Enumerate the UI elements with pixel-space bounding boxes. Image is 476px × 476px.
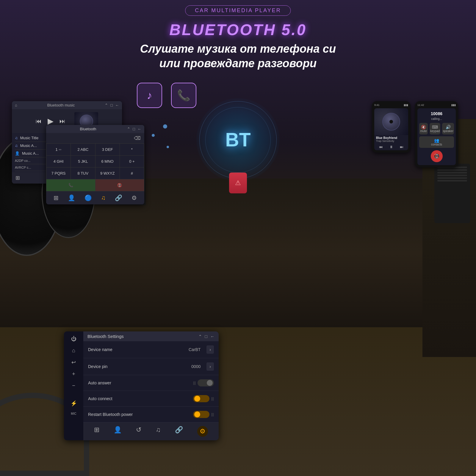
- keypad-chevron-icon: ⌃: [127, 127, 130, 131]
- settings-main-content: Bluetooth Settings ⌃ □ ← Device name Car…: [83, 331, 219, 440]
- music-bottom-icon[interactable]: ♫: [156, 426, 161, 437]
- subtitle: Слушате музика от телефона си или провеж…: [140, 42, 336, 71]
- link-nav-icon[interactable]: 🔗: [115, 194, 122, 201]
- key-1[interactable]: 1 ◦◦: [46, 144, 71, 155]
- speaker-label: speaker: [443, 129, 453, 133]
- phone-badge-icon: 📞: [171, 83, 196, 108]
- bluetooth-nav-icon[interactable]: 🔵: [84, 194, 92, 201]
- settings-header-bar: Bluetooth Settings ⌃ □ ←: [83, 331, 219, 341]
- phone1-track-info: Blue Boyfriend Trap Sensitivity: [374, 135, 408, 144]
- key-3[interactable]: 3 DEF: [95, 144, 120, 155]
- phone-icon: 📞: [177, 89, 190, 102]
- keypad-screen: Bluetooth ⌃ □ ← ⌫ 1 ◦◦ 2 ABC 3 DEF * 4 G…: [46, 125, 144, 204]
- grid-icon-music[interactable]: ⊞: [15, 175, 20, 181]
- backspace-icon[interactable]: ⌫: [134, 135, 141, 141]
- play-button[interactable]: ▶: [48, 117, 54, 126]
- music-nav-icon[interactable]: ♫: [101, 194, 106, 201]
- auto-connect-toggle-track[interactable]: [193, 395, 209, 402]
- music-header-icons: ⌃ □ ←: [105, 103, 119, 107]
- auto-answer-row[interactable]: Auto answer |||: [83, 375, 219, 391]
- key-0[interactable]: 0 +: [120, 156, 144, 167]
- key-9[interactable]: 9 WXYZ: [95, 167, 120, 179]
- contacts-action-btn[interactable]: 👥 contacts: [419, 136, 454, 148]
- gear-nav-icon[interactable]: ⚙: [131, 194, 137, 201]
- phone1-next-icon[interactable]: ⏭: [400, 145, 403, 149]
- device-name-row[interactable]: Device name CarBT ›: [83, 341, 219, 358]
- next-button[interactable]: ⏭: [60, 118, 65, 125]
- phone1-track-name: Blue Boyfriend: [376, 136, 406, 140]
- auto-connect-row[interactable]: Auto connect |||: [83, 391, 219, 407]
- phone1-prev-icon[interactable]: ⏮: [379, 145, 383, 149]
- restart-bt-row[interactable]: Restart Bluetooth power |||: [83, 407, 219, 422]
- key-star[interactable]: *: [120, 144, 144, 155]
- call-button[interactable]: 📞: [46, 179, 95, 191]
- bt-inner-ring: [205, 107, 271, 173]
- music-screen-title: Bluetooth music: [17, 103, 105, 107]
- keypad-square-icon: □: [133, 127, 135, 131]
- device-name-arrow[interactable]: ›: [206, 345, 214, 354]
- restart-bt-toggle-track[interactable]: [193, 411, 209, 418]
- key-6[interactable]: 6 MNO: [95, 156, 120, 167]
- chevron-up-icon: ⌃: [105, 103, 108, 107]
- speaker-icon: 🔊: [443, 125, 453, 129]
- settings-header-icons: ⌃ □ ←: [198, 334, 214, 339]
- hazard-button[interactable]: ⚠: [229, 173, 247, 193]
- grid-bottom-icon[interactable]: ⊞: [94, 426, 99, 437]
- contacts-label: contacts: [431, 143, 442, 146]
- phone-call-screen: 11:42 ▮▮▮ 10086 calling... 🔇 mute ⌨ keyp…: [415, 101, 458, 167]
- device-pin-arrow[interactable]: ›: [206, 362, 214, 371]
- usb-sidebar-icon: ⚡: [71, 400, 77, 407]
- keypad-grid: 1 ◦◦ 2 ABC 3 DEF * 4 GHI 5 JKL 6 MNO 0 +…: [46, 143, 144, 191]
- toggle-bars-icon-2: |||: [211, 397, 214, 401]
- key-hash[interactable]: #: [120, 167, 144, 179]
- device-pin-row[interactable]: Device pin 0000 ›: [83, 358, 219, 375]
- auto-connect-label: Auto connect: [88, 396, 193, 401]
- keypad-display-row: ⌫: [46, 133, 144, 143]
- end-call-btn[interactable]: 📵: [431, 150, 443, 162]
- auto-connect-toggle-knob: [194, 396, 200, 402]
- key-5[interactable]: 5 JKL: [71, 156, 95, 167]
- restart-bt-toggle[interactable]: |||: [193, 411, 214, 418]
- power-sidebar-icon[interactable]: ⏻: [71, 336, 76, 342]
- gear-bottom-icon[interactable]: ⚙: [197, 426, 208, 437]
- back-sidebar-icon[interactable]: ↩: [71, 359, 76, 366]
- grid-nav-icon[interactable]: ⊞: [54, 194, 59, 201]
- device-pin-label: Device pin: [88, 364, 191, 369]
- link-bottom-icon[interactable]: 🔗: [175, 426, 183, 437]
- vol-down-sidebar-icon[interactable]: −: [72, 383, 75, 389]
- track-title-2: Music A...: [20, 143, 37, 148]
- right-vents: [434, 164, 470, 223]
- auto-answer-toggle-knob: [207, 380, 213, 386]
- vol-up-sidebar-icon[interactable]: +: [72, 371, 75, 377]
- prev-button[interactable]: ⏮: [36, 118, 42, 125]
- auto-answer-toggle[interactable]: |||: [193, 379, 214, 386]
- bt-bottom-icon[interactable]: ↺: [136, 426, 141, 437]
- keypad-action-btn[interactable]: ⌨ keypad: [430, 123, 440, 134]
- mute-action-btn[interactable]: 🔇 mute: [419, 123, 428, 134]
- phone1-play-icon[interactable]: ⏸: [389, 145, 393, 149]
- phone2-status-bar: 11:42 ▮▮▮: [417, 104, 456, 107]
- home-icon: ⌂: [15, 103, 17, 107]
- key-7[interactable]: 7 PQRS: [46, 167, 71, 179]
- speaker-action-btn[interactable]: 🔊 speaker: [442, 123, 454, 134]
- header-pill-container: CAR MULTIMEDIA PLAYER: [185, 5, 291, 16]
- phone1-time: 9:41: [374, 104, 380, 107]
- end-call-button[interactable]: 📵: [95, 179, 144, 191]
- person-bottom-icon[interactable]: 👤: [114, 426, 122, 437]
- key-8[interactable]: 8 TUV: [71, 167, 95, 179]
- person-icon-1: 👤: [15, 151, 20, 156]
- key-4[interactable]: 4 GHI: [46, 156, 71, 167]
- toggle-bars-icon-3: |||: [211, 412, 214, 416]
- auto-answer-toggle-track[interactable]: [198, 379, 214, 386]
- contacts-icon: 👥: [420, 138, 453, 143]
- home-sidebar-icon[interactable]: ⌂: [72, 347, 75, 354]
- auto-connect-toggle[interactable]: |||: [193, 395, 214, 402]
- keypad-title: Bluetooth: [49, 127, 127, 131]
- key-2[interactable]: 2 ABC: [71, 144, 95, 155]
- person-nav-icon[interactable]: 👤: [68, 194, 75, 201]
- album-circle: [382, 113, 400, 131]
- glow-dot-3: [167, 146, 169, 148]
- phone1-music-app: Blue Boyfriend Trap Sensitivity ⏮ ⏸ ⏭: [374, 108, 408, 150]
- restart-bt-label: Restart Bluetooth power: [88, 412, 193, 417]
- music-badge-icon: ♪: [137, 83, 162, 108]
